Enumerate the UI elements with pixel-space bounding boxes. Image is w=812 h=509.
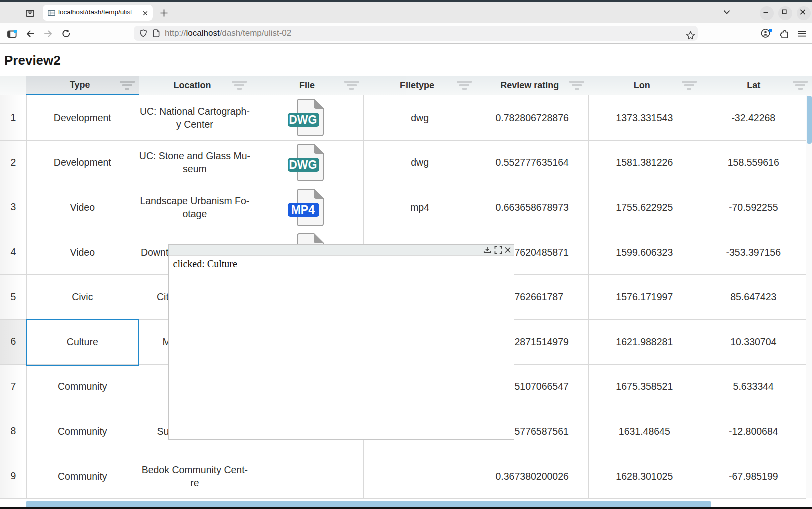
svg-text:DWG: DWG: [289, 158, 317, 171]
svg-text:MP4: MP4: [291, 203, 315, 216]
svg-text:DWG: DWG: [289, 113, 317, 126]
